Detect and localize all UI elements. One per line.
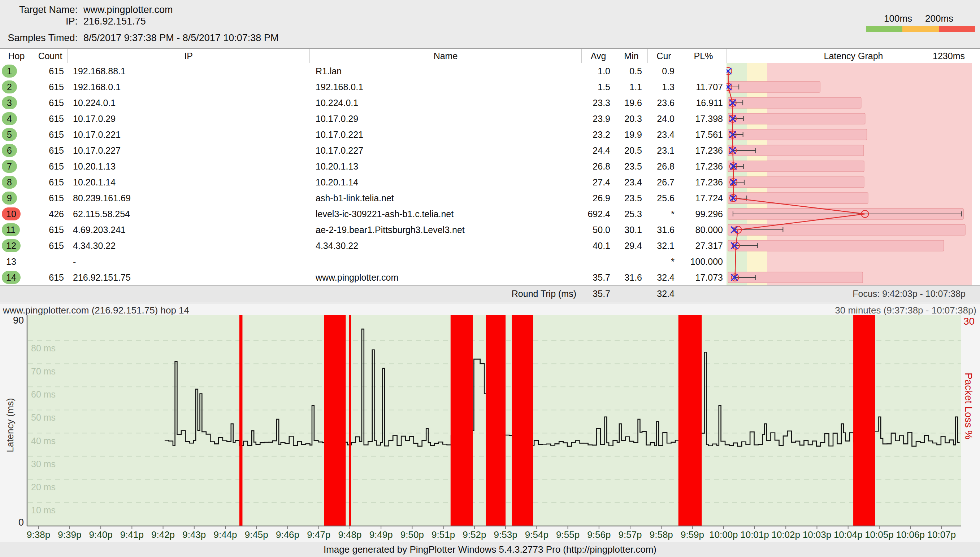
- graph-time-range-title[interactable]: 30 minutes (9:37:38p - 10:07:38p): [835, 305, 977, 316]
- column-header-latency-graph[interactable]: Latency Graph 1230ms: [727, 49, 980, 63]
- hop-badge: 6: [2, 144, 17, 157]
- x-axis-label: 9:45p: [245, 529, 268, 541]
- cell-avg: [581, 254, 615, 269]
- y-axis-max-label: 90: [0, 315, 24, 326]
- column-header-cur[interactable]: Cur: [647, 49, 680, 63]
- packet-loss-max-label: 30: [964, 316, 975, 327]
- cell-pl: 17.724: [680, 190, 727, 206]
- cell-name: [309, 254, 581, 269]
- column-header-min[interactable]: Min: [615, 49, 647, 63]
- packet-loss-bar: [349, 315, 351, 526]
- focus-range-label: Focus: 9:42:03p - 10:07:38p: [727, 286, 980, 302]
- cell-avg: 26.9: [581, 190, 615, 206]
- cell-name: 4.34.30.22: [309, 238, 581, 254]
- legend-color-bar: [866, 26, 975, 32]
- cell-count: 615: [33, 111, 67, 127]
- cell-min: 1.1: [615, 79, 647, 95]
- cell-count: 615: [33, 158, 67, 174]
- legend-green-segment: [866, 26, 902, 32]
- cell-cur: 0.9: [647, 63, 680, 79]
- cell-ip: 10.20.1.13: [67, 158, 309, 174]
- x-axis-label: 9:52p: [462, 529, 486, 541]
- latency-graph-column: [727, 63, 980, 285]
- x-axis-label: 9:44p: [213, 529, 237, 541]
- inner-y-label: 50 ms: [31, 412, 56, 422]
- cell-ip: 192.168.0.1: [67, 79, 309, 95]
- cell-pl: 17.236: [680, 142, 727, 158]
- cell-name: ash-b1-link.telia.net: [309, 190, 581, 206]
- cell-avg: 23.9: [581, 111, 615, 127]
- cell-ip: 10.17.0.29: [67, 111, 309, 127]
- cell-name: 10.20.1.13: [309, 158, 581, 174]
- legend-red-segment: [939, 26, 975, 32]
- x-axis-label: 9:41p: [120, 529, 144, 541]
- cell-count: 615: [33, 127, 67, 142]
- cell-ip: 10.17.0.221: [67, 127, 309, 142]
- packet-loss-bar: [853, 315, 875, 526]
- column-header-pl[interactable]: PL%: [680, 49, 727, 63]
- column-header-name[interactable]: Name: [309, 49, 581, 63]
- hop-number: 13: [2, 255, 21, 268]
- cell-avg: 24.4: [581, 142, 615, 158]
- cell-ip: -: [67, 254, 309, 269]
- x-axis-label: 9:51p: [431, 529, 455, 541]
- x-axis-label: 10:00p: [709, 529, 738, 541]
- target-name-label: Target Name:: [0, 4, 78, 16]
- cell-cur: 26.7: [647, 174, 680, 190]
- cell-avg: 1.5: [581, 79, 615, 95]
- inner-y-label: 40 ms: [31, 436, 56, 446]
- cell-cur: 23.6: [647, 95, 680, 111]
- latency-timeline-plot[interactable]: 10 ms20 ms30 ms40 ms50 ms60 ms70 ms80 ms: [0, 315, 980, 529]
- y-axis-title: Latency (ms): [5, 393, 16, 458]
- hop-badge: 1: [2, 65, 17, 78]
- round-trip-avg: 35.7: [581, 286, 615, 302]
- timeline-graph-section: www.pingplotter.com (216.92.151.75) hop …: [0, 304, 980, 542]
- x-axis-label: 9:49p: [369, 529, 393, 541]
- latency-color-legend: 100ms 200ms: [863, 0, 980, 36]
- legend-100ms-label: 100ms: [884, 13, 912, 24]
- latency-bar: [728, 177, 864, 187]
- cell-avg: 23.2: [581, 127, 615, 142]
- hop-badge: 3: [2, 96, 17, 109]
- cell-ip: 62.115.58.254: [67, 206, 309, 222]
- packet-loss-bar: [324, 315, 346, 526]
- cell-pl: [680, 63, 727, 79]
- round-trip-row: Round Trip (ms) 35.7 32.4 Focus: 9:42:03…: [0, 285, 980, 302]
- hop-badge: 10: [2, 207, 21, 220]
- packet-loss-bar: [451, 315, 473, 526]
- x-axis-label: 9:54p: [525, 529, 549, 541]
- hop-badge: 9: [2, 192, 17, 205]
- cell-count: 615: [33, 142, 67, 158]
- latency-bar: [728, 193, 868, 204]
- column-header-hop[interactable]: Hop: [0, 49, 33, 63]
- cell-min: 30.1: [615, 222, 647, 238]
- cell-name: 10.20.1.14: [309, 174, 581, 190]
- cell-min: 23.5: [615, 158, 647, 174]
- latency-bar: [728, 81, 820, 92]
- x-axis-label: 10:07p: [927, 529, 956, 541]
- hop-badge: 11: [2, 223, 20, 236]
- x-axis-label: 10:03p: [803, 529, 831, 541]
- column-header-ip[interactable]: IP: [67, 49, 309, 63]
- column-header-avg[interactable]: Avg: [581, 49, 615, 63]
- cell-pl: 17.398: [680, 111, 727, 127]
- cell-cur: *: [647, 254, 680, 269]
- cell-name: 10.224.0.1: [309, 95, 581, 111]
- cell-count: 615: [33, 174, 67, 190]
- cell-min: 19.9: [615, 127, 647, 142]
- cell-avg: 35.7: [581, 269, 615, 285]
- samples-timed-label: Samples Timed:: [0, 33, 78, 44]
- column-header-count[interactable]: Count: [33, 49, 67, 63]
- x-axis-label: 9:48p: [338, 529, 361, 541]
- latency-scale-max-label: 1230ms: [933, 49, 965, 63]
- y-axis-min-label: 0: [0, 517, 24, 528]
- cell-cur: 23.4: [647, 127, 680, 142]
- cell-pl: 99.296: [680, 206, 727, 222]
- legend-200ms-label: 200ms: [925, 13, 953, 24]
- x-axis-label: 9:38p: [27, 529, 50, 541]
- cell-count: 615: [33, 222, 67, 238]
- x-axis-label: 9:57p: [619, 529, 642, 541]
- x-axis-label: 9:39p: [58, 529, 81, 541]
- target-name-value: www.pingplotter.com: [83, 4, 506, 16]
- cell-pl: 100.000: [680, 254, 727, 269]
